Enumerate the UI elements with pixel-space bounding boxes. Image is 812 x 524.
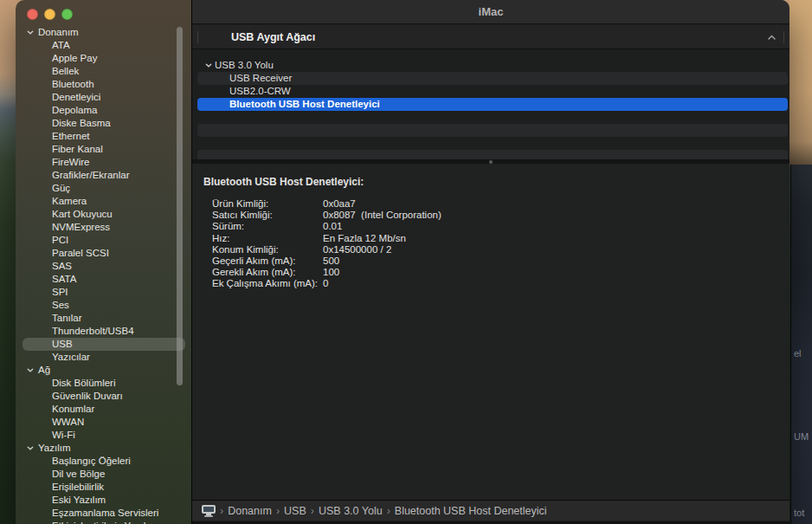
breadcrumb-separator: › <box>387 505 390 517</box>
sidebar-item-e-zamanlama-servisleri[interactable]: Eşzamanlama Servisleri <box>16 507 191 520</box>
detail-label: Gerekli Akım (mA): <box>212 267 323 278</box>
sidebar-item-fiber-kanal[interactable]: Fiber Kanal <box>16 143 191 156</box>
breadcrumb-item-usb[interactable]: USB <box>284 505 306 517</box>
zoom-button[interactable] <box>61 9 73 20</box>
tree-row-bluetooth-usb-host-denetleyici[interactable]: Bluetooth USB Host Denetleyici <box>197 98 788 111</box>
sidebar-item-eri-ilebilirlik[interactable]: Erişilebilirlik <box>16 481 191 494</box>
sidebar-item-dil-ve-b-lge[interactable]: Dil ve Bölge <box>16 468 191 481</box>
sidebar-item-depolama[interactable]: Depolama <box>16 104 191 117</box>
detail-label: Hız: <box>212 233 323 244</box>
sidebar-item-label: Başlangıç Öğeleri <box>52 455 131 468</box>
breadcrumb-item-usb-3-0-yolu[interactable]: USB 3.0 Yolu <box>319 505 383 517</box>
minimize-button[interactable] <box>44 9 55 20</box>
sidebar-item-pci[interactable]: PCI <box>16 234 191 247</box>
sidebar-item-disk-b-l-mleri[interactable]: Disk Bölümleri <box>16 377 191 390</box>
sidebar-item-label: Kamera <box>52 195 87 208</box>
sidebar-item-label: Güvenlik Duvarı <box>52 390 123 403</box>
sidebar-item-konumlar[interactable]: Konumlar <box>16 403 191 416</box>
sidebar-item-g-venlik-duvar[interactable]: Güvenlik Duvarı <box>16 390 191 403</box>
sidebar-item-bluetooth[interactable]: Bluetooth <box>16 78 191 91</box>
sidebar-item-grafikler-ekranlar[interactable]: Grafikler/Ekranlar <box>16 169 191 182</box>
sidebar-item-label: WWAN <box>52 416 84 429</box>
detail-label: Geçerli Akım (mA): <box>212 256 323 267</box>
sidebar-item-label: Yazıcılar <box>52 351 90 364</box>
chevron-up-icon[interactable] <box>765 31 777 43</box>
tree-root-label: USB 3.0 Yolu <box>215 59 274 72</box>
background-text-fragment: tot <box>794 508 804 518</box>
tree-row-usb-3-0-yolu[interactable]: USB 3.0 Yolu <box>197 59 788 72</box>
sidebar-item-wwan[interactable]: WWAN <box>16 416 191 429</box>
sidebar-item-ethernet[interactable]: Ethernet <box>16 130 191 143</box>
tree-row-usb2-0-crw[interactable]: USB2.0-CRW <box>197 85 788 98</box>
details-grid: Ürün Kimliği:0x0aa7Satıcı Kimliği:0x8087… <box>212 198 789 290</box>
detail-value: 0x0aa7 <box>323 198 789 210</box>
sidebar-item-apple-pay[interactable]: Apple Pay <box>16 52 191 65</box>
detail-value: 0x14500000 / 2 <box>323 244 789 256</box>
title-bar: iMac <box>192 0 789 24</box>
sidebar-item-thunderbolt-usb4[interactable]: Thunderbolt/USB4 <box>16 325 191 338</box>
sidebar-item-tan-lar[interactable]: Tanılar <box>16 312 191 325</box>
background-text-fragment: el <box>794 348 802 359</box>
sidebar-item-wi-fi[interactable]: Wi-Fi <box>16 429 191 442</box>
sidebar-item-yaz-c-lar[interactable]: Yazıcılar <box>16 351 191 364</box>
header-left-tick <box>197 31 198 43</box>
sidebar-item-label: Apple Pay <box>52 52 97 65</box>
tree-row-empty <box>197 124 788 137</box>
system-information-window: DonanımATAApple PayBellekBluetoothDenetl… <box>16 0 789 524</box>
sidebar-group-yaz-l-m[interactable]: Yazılım <box>16 442 191 455</box>
chevron-down-icon <box>26 366 35 374</box>
sidebar-item-label: PCI <box>52 234 68 247</box>
sidebar-item-diske-basma[interactable]: Diske Basma <box>16 117 191 130</box>
sidebar-item-g[interactable]: Güç <box>16 182 191 195</box>
sidebar-item-label: Etkisizleştirilmiş Yazılım <box>52 520 157 524</box>
chevron-down-icon <box>26 444 35 452</box>
breadcrumb-item-bluetooth-usb-host-denetleyici[interactable]: Bluetooth USB Host Denetleyici <box>395 505 547 517</box>
sidebar-item-sata[interactable]: SATA <box>16 273 191 286</box>
sidebar-item-label: Bellek <box>52 65 79 78</box>
sidebar-item-kamera[interactable]: Kamera <box>16 195 191 208</box>
sidebar-item-nvmexpress[interactable]: NVMExpress <box>16 221 191 234</box>
sidebar-item-label: Ethernet <box>52 130 89 143</box>
sidebar-item-label: Konumlar <box>52 403 94 416</box>
sidebar-item-label: NVMExpress <box>52 221 110 234</box>
breadcrumb: ›Donanım›USB›USB 3.0 Yolu›Bluetooth USB … <box>216 505 547 517</box>
breadcrumb-item-donan-m[interactable]: Donanım <box>228 505 272 517</box>
detail-value: En Fazla 12 Mb/sn <box>323 233 789 244</box>
sidebar-item-spi[interactable]: SPI <box>16 286 191 299</box>
sidebar-item-sas[interactable]: SAS <box>16 260 191 273</box>
sidebar-item-kart-okuyucu[interactable]: Kart Okuyucu <box>16 208 191 221</box>
sidebar-item-label: Depolama <box>52 104 97 117</box>
desktop-wallpaper-right <box>789 0 812 166</box>
detail-value: 0x8087 (Intel Corporation) <box>323 210 789 221</box>
usb-device-tree: USB 3.0 YoluUSB ReceiverUSB2.0-CRWBlueto… <box>192 50 789 159</box>
sidebar-group-a[interactable]: Ağ <box>16 364 191 377</box>
sidebar-item-label: Diske Basma <box>52 117 111 130</box>
sidebar-item-label: SATA <box>52 273 76 286</box>
tree-row-usb-receiver[interactable]: USB Receiver <box>197 72 788 85</box>
sidebar-item-usb[interactable]: USB <box>23 338 185 351</box>
sidebar-item-paralel-scsi[interactable]: Paralel SCSI <box>16 247 191 260</box>
sidebar-item-label: Wi-Fi <box>52 429 75 442</box>
sidebar-item-label: Denetleyici <box>52 91 100 104</box>
sidebar-item-etkisizle-tirilmi-yaz-l-m[interactable]: Etkisizleştirilmiş Yazılım <box>16 520 191 524</box>
tree-row-empty <box>197 111 788 124</box>
sidebar-item-denetleyici[interactable]: Denetleyici <box>16 91 191 104</box>
detail-label: Sürüm: <box>212 221 323 232</box>
sidebar-item-ses[interactable]: Ses <box>16 299 191 312</box>
sidebar-item-bellek[interactable]: Bellek <box>16 65 191 78</box>
header-right-tick <box>783 31 784 43</box>
sidebar-group-donan-m[interactable]: Donanım <box>16 26 191 39</box>
sidebar-item-firewire[interactable]: FireWire <box>16 156 191 169</box>
sidebar-list: DonanımATAApple PayBellekBluetoothDenetl… <box>16 26 191 524</box>
breadcrumb-separator: › <box>276 505 280 517</box>
close-button[interactable] <box>27 9 38 20</box>
sidebar-item-label: Kart Okuyucu <box>52 208 113 221</box>
sidebar-scrollbar[interactable] <box>177 27 183 385</box>
sidebar-group-label: Ağ <box>38 364 50 377</box>
sidebar-item-eski-yaz-l-m[interactable]: Eski Yazılım <box>16 494 191 507</box>
sidebar-item-ba-lang-eleri[interactable]: Başlangıç Öğeleri <box>16 455 191 468</box>
chevron-down-icon[interactable] <box>204 61 213 69</box>
detail-label: Satıcı Kimliği: <box>212 210 323 221</box>
traffic-lights <box>27 9 73 20</box>
sidebar-item-ata[interactable]: ATA <box>16 39 191 52</box>
